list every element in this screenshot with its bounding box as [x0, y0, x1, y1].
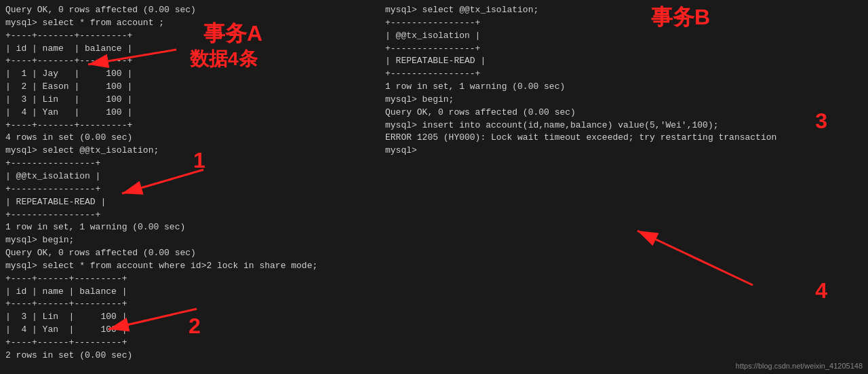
terminal-line: mysql> select * from account where id>2 … — [5, 260, 374, 273]
terminal-line: Query OK, 0 rows affected (0.00 sec) — [385, 107, 863, 119]
terminal-line: +----+-------+---------+ — [5, 119, 374, 132]
terminal-line: | 1 | Jay | 100 | — [5, 68, 374, 81]
terminal-line: +----------------+ — [385, 43, 863, 56]
terminal-line: 4 rows in set (0.00 sec) — [5, 132, 374, 145]
terminal-line: +----+-------+---------+ — [5, 30, 374, 43]
terminal-line: mysql> — [385, 145, 863, 157]
terminal-line: | @@tx_isolation | — [5, 170, 374, 183]
terminal-line: mysql> insert into account(id,name,balan… — [385, 119, 863, 132]
terminal-line: +----+------+---------+ — [5, 298, 374, 311]
terminal-line: | 2 | Eason | 100 | — [5, 81, 374, 94]
terminal-line: +----------------+ — [5, 157, 374, 170]
terminal-line: | @@tx_isolation | — [385, 30, 863, 43]
terminal-line: mysql> select @@tx_isolation; — [5, 145, 374, 157]
terminal-line: +----+------+---------+ — [5, 273, 374, 286]
terminal-line: | REPEATABLE-READ | — [5, 196, 374, 209]
terminal-line: ERROR 1205 (HY000): Lock wait timeout ex… — [385, 132, 863, 145]
label-4: 4 — [815, 278, 827, 303]
svg-line-7 — [637, 231, 753, 285]
terminal-line: | 3 | Lin | 100 | — [5, 311, 374, 324]
terminal-line: +----+-------+---------+ — [5, 55, 374, 68]
terminal-line: | 4 | Yan | 100 | — [5, 107, 374, 119]
terminal-line: | 3 | Lin | 100 | — [5, 94, 374, 107]
terminal-line: mysql> select @@tx_isolation; — [385, 4, 863, 17]
watermark: https://blog.csdn.net/weixin_41205148 — [736, 362, 863, 370]
terminal-line: | REPEATABLE-READ | — [385, 55, 863, 68]
terminal-line: +----+------+---------+ — [5, 337, 374, 350]
arrow-4 — [597, 210, 773, 299]
terminal-line: mysql> begin; — [385, 94, 863, 107]
terminal-line: Query OK, 0 rows affected (0.00 sec) — [5, 4, 374, 17]
terminal-line: +----------------+ — [5, 209, 374, 222]
terminal-line: | id | name | balance | — [5, 286, 374, 299]
right-panel: mysql> select @@tx_isolation;+----------… — [380, 0, 868, 374]
terminal-line: mysql> select * from account ; — [5, 17, 374, 30]
terminal-line: mysql> begin; — [5, 234, 374, 247]
left-panel: Query OK, 0 rows affected (0.00 sec)mysq… — [0, 0, 380, 374]
terminal-line: | id | name | balance | — [5, 43, 374, 56]
terminal-line: Query OK, 0 rows affected (0.00 sec) — [5, 247, 374, 260]
terminal-line: 1 row in set, 1 warning (0.00 sec) — [5, 221, 374, 234]
terminal-line: +----------------+ — [385, 17, 863, 30]
terminal-line: 1 row in set, 1 warning (0.00 sec) — [385, 81, 863, 94]
terminal-line: | 4 | Yan | 100 | — [5, 324, 374, 337]
terminal-line: +----------------+ — [385, 68, 863, 81]
terminal-line: +----------------+ — [5, 183, 374, 196]
terminal-line: 2 rows in set (0.00 sec) — [5, 350, 374, 362]
